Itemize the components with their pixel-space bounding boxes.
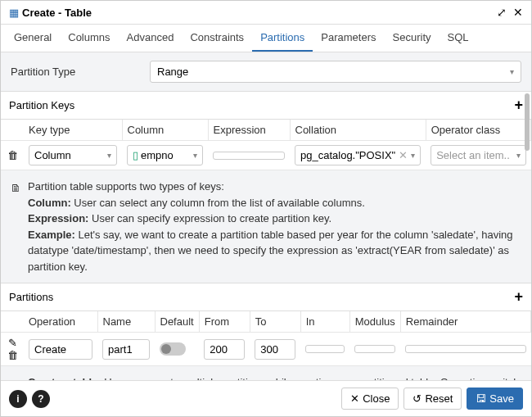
note-icon: 🗎 [11,376,21,380]
modulus-input[interactable] [354,345,395,353]
column-icon: ▯ [133,149,138,161]
col-name: Name [97,311,155,333]
partitions-title: Partitions [9,291,53,303]
col-from: From [199,311,250,333]
expression-input[interactable] [213,152,285,160]
col-operation: Operation [24,311,97,333]
delete-key-icon[interactable]: 🗑 [7,149,18,161]
partition-keys-title: Partition Keys [9,99,74,111]
column-select[interactable]: ▯empno▾ [127,145,203,165]
tab-general[interactable]: General [6,25,60,52]
scrollbar[interactable] [525,52,530,380]
partition-type-select[interactable]: Range▾ [150,61,521,83]
close-icon[interactable]: ✕ [513,6,523,19]
partitions-table: Operation Name Default From To In Modulu… [1,311,531,366]
tab-bar: General Columns Advanced Constraints Par… [1,25,531,52]
collation-select[interactable]: pg_catalog."POSIX"✕▾ [295,145,421,165]
table-icon: ▦ [9,7,19,19]
col-to: To [250,311,300,333]
partition-type-label: Partition Type [11,66,150,78]
col-keytype: Key type [24,120,122,141]
reset-icon: ↺ [413,392,422,405]
partitions-help-text: Create a table: User can create multiple… [28,374,521,380]
info-button[interactable]: i [9,390,27,408]
clear-icon[interactable]: ✕ [399,149,408,161]
key-row: 🗑 Column▾ ▯empno▾ pg_catalog."POSIX"✕▾ S… [1,141,531,170]
save-button[interactable]: 🖫Save [467,388,523,410]
col-opclass: Operator class [426,120,530,141]
dialog-title: Create - Table [22,7,490,19]
to-input[interactable]: 300 [255,339,295,360]
tab-security[interactable]: Security [385,25,440,52]
save-icon: 🖫 [476,392,486,405]
name-input[interactable]: part1 [102,339,150,360]
partition-row: ✎ 🗑 Create part1 200 300 [1,333,531,366]
chevron-down-icon: ▾ [510,67,514,76]
col-remainder: Remainder [400,311,530,333]
help-button[interactable]: ? [32,390,50,408]
tab-sql[interactable]: SQL [440,25,477,52]
keytype-select[interactable]: Column▾ [29,145,117,165]
tab-columns[interactable]: Columns [60,25,118,52]
from-input[interactable]: 200 [204,339,245,360]
note-icon: 🗎 [11,180,21,274]
col-default: Default [155,311,199,333]
col-modulus: Modulus [349,311,400,333]
default-toggle[interactable] [160,342,186,356]
reset-button[interactable]: ↺Reset [404,388,462,410]
close-button[interactable]: ✕Close [341,388,399,410]
tab-parameters[interactable]: Parameters [313,25,384,52]
keys-help-text: Partition table supports two types of ke… [28,179,521,274]
in-input[interactable] [305,345,345,353]
tab-constraints[interactable]: Constraints [182,25,252,52]
x-icon: ✕ [350,392,359,405]
operation-input[interactable]: Create [29,339,92,360]
maximize-icon[interactable]: ⤢ [497,6,507,19]
col-column: Column [122,120,208,141]
opclass-select[interactable]: Select an item..▾ [431,145,525,165]
add-key-button[interactable]: + [514,97,523,114]
tab-advanced[interactable]: Advanced [119,25,183,52]
edit-row-icon[interactable]: ✎ [8,337,17,349]
keys-table: Key type Column Expression Collation Ope… [1,120,531,170]
col-expression: Expression [208,120,290,141]
delete-row-icon[interactable]: 🗑 [7,349,18,361]
tab-partitions[interactable]: Partitions [252,25,313,52]
add-partition-button[interactable]: + [514,288,523,306]
col-in: In [300,311,349,333]
remainder-input[interactable] [405,345,525,353]
col-collation: Collation [290,120,426,141]
